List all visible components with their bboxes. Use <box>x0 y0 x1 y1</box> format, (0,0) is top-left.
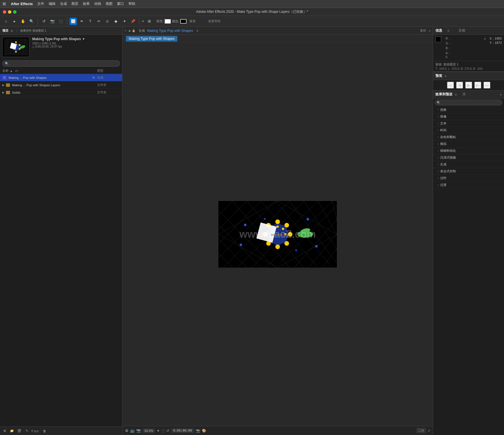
rectangle-tool[interactable]: ⬜ <box>69 18 77 25</box>
list-item[interactable]: C Making ... Pop with Shapes ⊞ 合成 <box>0 74 122 81</box>
effect-item[interactable]: › 过渡 <box>433 182 504 188</box>
maximize-button[interactable] <box>13 10 17 14</box>
menu-help[interactable]: 帮助 <box>128 1 135 6</box>
menu-edit[interactable]: 编辑 <box>49 1 56 6</box>
menu-composition[interactable]: 合成 <box>60 1 67 6</box>
comp-monitor-icon[interactable]: 🖥 <box>125 428 128 433</box>
effect-item[interactable]: › 沉浸式视频 <box>433 154 504 161</box>
effect-item[interactable]: › 抠像 <box>433 113 504 120</box>
new-folder-btn[interactable]: ⊞ <box>2 428 7 434</box>
skip-fwd-btn[interactable]: ⏭ <box>483 82 490 89</box>
skip-back-btn[interactable]: ⏮ <box>447 82 454 89</box>
new-composition-btn[interactable]: 📁 <box>9 428 15 434</box>
puppet-tool[interactable]: ✦ <box>121 18 128 25</box>
menu-window[interactable]: 窗口 <box>117 1 124 6</box>
comp-view-icon[interactable]: 📺 <box>130 428 135 433</box>
effects-expand-icon[interactable]: » <box>500 93 502 97</box>
eraser-tool[interactable]: ◆ <box>112 18 120 25</box>
comp-quality-label[interactable]: 二分 <box>416 428 426 433</box>
menu-view[interactable]: 视图 <box>106 1 112 6</box>
effects-search-input[interactable] <box>440 101 500 104</box>
step-back-btn[interactable]: ◀ <box>456 82 463 89</box>
marquee-tool[interactable]: ⬚ <box>57 18 65 25</box>
home-tool[interactable]: ⌂ <box>2 18 10 25</box>
step-fwd-btn[interactable]: ▶| <box>474 82 481 89</box>
type-tool[interactable]: T <box>87 18 94 25</box>
stamp-tool[interactable]: ⎚ <box>104 18 111 25</box>
minimize-button[interactable] <box>8 10 11 14</box>
footage-item-btn[interactable]: 🎬 <box>17 428 22 434</box>
item-type-1: 文件夹 <box>97 83 120 87</box>
zoom-tool[interactable]: 🔍 <box>28 18 35 25</box>
effects-search-box[interactable]: 🔍 <box>435 100 502 105</box>
flow-chart-btn[interactable]: ✎ <box>24 428 30 434</box>
effect-item[interactable]: › 表达式控制 <box>433 168 504 175</box>
effect-item[interactable]: › 文本 <box>433 120 504 127</box>
effect-item[interactable]: › 模拟 <box>433 141 504 147</box>
effect-label-1: 抠像 <box>440 114 446 119</box>
comp-tab-menu[interactable]: ≡ <box>196 29 198 33</box>
comp-loop-icon[interactable]: ↺ <box>166 429 169 433</box>
panel-menu-icon[interactable]: ≡ <box>11 29 13 32</box>
hand-tool[interactable]: ✋ <box>19 18 27 25</box>
apple-menu[interactable]: ⌘ <box>2 2 6 6</box>
zoom-display[interactable]: 33.3% <box>143 428 155 433</box>
project-tab[interactable]: 项目 <box>2 28 9 33</box>
library-tab[interactable]: 库 <box>462 92 466 97</box>
info-tab[interactable]: 信息 <box>435 28 442 33</box>
expand-arrow-2[interactable]: ▶ <box>2 91 5 94</box>
footage-expand-icon[interactable]: » <box>429 29 431 33</box>
play-btn[interactable]: ▶ <box>465 82 472 89</box>
menu-layer[interactable]: 图层 <box>71 1 78 6</box>
audio-tab[interactable]: 音频 <box>458 28 465 33</box>
comp-viewport[interactable]: www.MacZ.com <box>122 43 433 426</box>
fill-swatch[interactable] <box>165 19 171 24</box>
project-search-input[interactable] <box>10 62 117 65</box>
list-item[interactable]: ▶ Making ... Pop with Shapes Layers 文件夹 <box>0 81 122 89</box>
effect-item[interactable]: › 扭曲 <box>433 106 504 113</box>
effect-item[interactable]: › 过时 <box>433 175 504 182</box>
effect-item[interactable]: › 生成 <box>433 161 504 168</box>
comp-snapshot-icon[interactable]: 📷 <box>196 429 200 433</box>
pen-tool[interactable]: ✒ <box>78 18 85 25</box>
effect-item[interactable]: › 时间 <box>433 127 504 134</box>
folder-icon-2 <box>6 91 10 95</box>
menu-animation[interactable]: 动画 <box>94 1 101 6</box>
menu-file[interactable]: 文件 <box>37 1 44 6</box>
preview-menu-icon[interactable]: ≡ <box>444 74 446 78</box>
comp-tab-close[interactable]: × <box>125 29 126 32</box>
info-menu-icon[interactable]: ≡ <box>447 29 449 33</box>
effects-menu-icon[interactable]: ≡ <box>455 93 457 97</box>
comp-tab-active-name[interactable]: Making Type Pop with Shapes <box>147 29 193 33</box>
project-search-box[interactable]: 🔍 <box>2 60 120 67</box>
stroke-swatch[interactable] <box>180 19 187 24</box>
close-button[interactable] <box>3 10 6 14</box>
grid-tool[interactable]: ⊞ <box>146 18 153 25</box>
effects-presets-tab[interactable]: 效果和预设 <box>435 92 452 97</box>
select-tool[interactable]: ▸ <box>11 18 18 25</box>
effects-control-tab[interactable]: 效果控件 形状图层 1 <box>20 29 46 33</box>
comp-tab-name[interactable]: 合成 <box>139 28 145 33</box>
comp-dropdown-arrow[interactable]: ▼ <box>82 37 85 41</box>
pin-tool[interactable]: 📌 <box>129 18 137 25</box>
effect-item[interactable]: › 杂色和颗粒 <box>433 134 504 141</box>
search-help-label[interactable]: 搜索帮助 <box>208 19 221 23</box>
menu-effects[interactable]: 效果 <box>83 1 90 6</box>
comp-color-icon[interactable]: 🎨 <box>202 429 206 433</box>
list-item[interactable]: ▶ Solids 文件夹 <box>0 89 122 96</box>
effect-item[interactable]: › 模糊和锐化 <box>433 147 504 154</box>
preview-tab-label[interactable]: 预览 <box>435 73 442 78</box>
camera-tool[interactable]: 📷 <box>49 18 56 25</box>
comp-view-name[interactable]: Making Type Pop with Shapes <box>126 36 177 42</box>
effect-label-5: 模拟 <box>440 142 446 146</box>
comp-camera-icon[interactable]: 📷 <box>136 428 141 433</box>
expand-arrow-1[interactable]: ▶ <box>2 83 5 87</box>
comp-clip-icon[interactable]: ⬚ <box>161 429 165 433</box>
sort-arrow-icon[interactable]: ▲ <box>10 69 13 73</box>
rotate-tool[interactable]: ↺ <box>40 18 48 25</box>
brush-tool[interactable]: ✏ <box>95 18 103 25</box>
comp-timecode[interactable]: 0;00;00;00 <box>171 428 194 433</box>
comp-expand-icon[interactable]: ⤢ <box>428 429 431 433</box>
zoom-dropdown-icon[interactable]: ▼ <box>157 429 160 432</box>
delete-btn[interactable]: 🗑 <box>42 428 48 434</box>
